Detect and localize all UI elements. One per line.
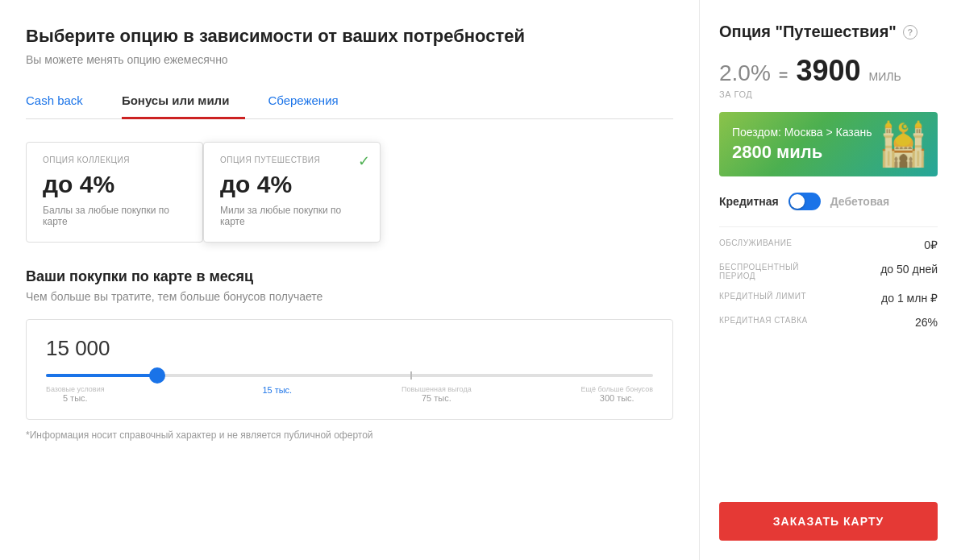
slider-box: 15 000 Базовые условия 5 тыс. 15 тыс. (26, 319, 673, 420)
promo-banner: Поездом: Москва > Казань 2800 миль 🕌 (719, 112, 938, 176)
rate-period: ЗА ГОД (719, 89, 938, 99)
help-icon[interactable]: ? (903, 25, 917, 39)
card-collection-label: ОПЦИЯ КОЛЛЕКЦИЯ (43, 156, 186, 164)
segment-val-2: 75 тыс. (422, 393, 451, 403)
purchases-title: Ваши покупки по карте в месяц (26, 268, 673, 285)
card-type-toggle[interactable] (788, 193, 821, 210)
right-option-title: Опция "Путешествия" ? (719, 23, 938, 41)
tab-bonuses[interactable]: Бонусы или мили (122, 85, 246, 119)
option-rate: 2.0% = 3900 МИЛЬ (719, 54, 938, 88)
slider-marker-15k: 15 тыс. (262, 385, 292, 403)
segment-val-0: 5 тыс. (63, 393, 88, 403)
segment-label-2: Повышенная выгода (402, 385, 472, 393)
purchases-subtitle: Чем больше вы тратите, тем больше бонусо… (26, 290, 673, 303)
segment-val-1: 15 тыс. (262, 385, 292, 395)
service-label: ОБСЛУЖИВАНИЕ (719, 239, 793, 247)
info-row-grace: БЕСПРОЦЕНТНЫЙ ПЕРИОД до 50 дней (719, 263, 938, 280)
card-type-toggle-row: Кредитная Дебетовая (719, 193, 938, 210)
right-panel: Опция "Путешествия" ? 2.0% = 3900 МИЛЬ З… (699, 0, 957, 560)
rate-percent: 2.0% (719, 60, 771, 86)
card-travel-desc: Мили за любые покупки по карте (220, 205, 364, 227)
rate-value: 3900 (797, 54, 861, 88)
page-title: Выберите опцию в зависимости от ваших по… (26, 26, 673, 47)
option-cards: ОПЦИЯ КОЛЛЕКЦИЯ до 4% Баллы за любые пок… (26, 142, 673, 243)
info-row-limit: КРЕДИТНЫЙ ЛИМИТ до 1 млн ₽ (719, 292, 938, 305)
left-panel: Выберите опцию в зависимости от ваших по… (0, 0, 699, 560)
tabs-bar: Cash back Бонусы или мили Сбережения (26, 85, 673, 119)
service-value: 0₽ (924, 239, 938, 251)
card-collection-desc: Баллы за любые покупки по карте (43, 205, 186, 227)
info-row-service: ОБСЛУЖИВАНИЕ 0₽ (719, 239, 938, 251)
info-divider (719, 226, 938, 227)
option-card-collection[interactable]: ОПЦИЯ КОЛЛЕКЦИЯ до 4% Баллы за любые пок… (26, 142, 203, 243)
slider-tick-75k (410, 371, 412, 380)
slider-current-value: 15 000 (46, 336, 653, 361)
right-option-title-text: Опция "Путешествия" (719, 23, 897, 41)
slider-marker-high: Повышенная выгода 75 тыс. (402, 385, 472, 403)
rate-equals: = (779, 66, 788, 85)
order-card-button[interactable]: ЗАКАЗАТЬ КАРТУ (719, 502, 938, 541)
info-row-rate: КРЕДИТНАЯ СТАВКА 26% (719, 316, 938, 329)
slider-labels-row: Базовые условия 5 тыс. 15 тыс. Повышенна… (46, 385, 653, 403)
segment-val-3: 300 тыс. (600, 393, 635, 403)
limit-value: до 1 млн ₽ (881, 292, 938, 305)
slider-fill (46, 374, 156, 377)
grace-value: до 50 дней (880, 263, 938, 276)
disclaimer: *Информация носит справочный характер и … (26, 429, 673, 441)
card-collection-percent: до 4% (43, 171, 186, 198)
toggle-left-label: Кредитная (719, 195, 779, 208)
toggle-right-label: Дебетовая (830, 195, 890, 208)
grace-label: БЕСПРОЦЕНТНЫЙ ПЕРИОД (719, 263, 816, 280)
slider-marker-base: Базовые условия 5 тыс. (46, 385, 105, 403)
option-card-travel[interactable]: ✓ ОПЦИЯ ПУТЕШЕСТВИЯ до 4% Мили за любые … (203, 142, 381, 243)
credit-rate-value: 26% (915, 316, 938, 329)
page-subtitle: Вы можете менять опцию ежемесячно (26, 53, 673, 66)
check-icon: ✓ (358, 152, 370, 170)
rate-unit: МИЛЬ (869, 70, 901, 83)
slider-thumb[interactable] (149, 367, 165, 384)
credit-rate-label: КРЕДИТНАЯ СТАВКА (719, 316, 808, 325)
tab-cashback[interactable]: Cash back (26, 85, 99, 119)
segment-label-0: Базовые условия (46, 385, 105, 393)
card-travel-percent: до 4% (220, 171, 364, 198)
card-travel-label: ОПЦИЯ ПУТЕШЕСТВИЯ (220, 156, 364, 164)
slider-track-wrapper[interactable] (46, 374, 653, 377)
toggle-knob (790, 194, 805, 209)
mosque-icon: 🕌 (877, 120, 930, 169)
tab-savings[interactable]: Сбережения (268, 85, 354, 119)
limit-label: КРЕДИТНЫЙ ЛИМИТ (719, 292, 806, 301)
slider-marker-max: Ещё больше бонусов 300 тыс. (581, 385, 653, 403)
slider-track[interactable] (46, 374, 653, 377)
segment-label-3: Ещё больше бонусов (581, 385, 653, 393)
